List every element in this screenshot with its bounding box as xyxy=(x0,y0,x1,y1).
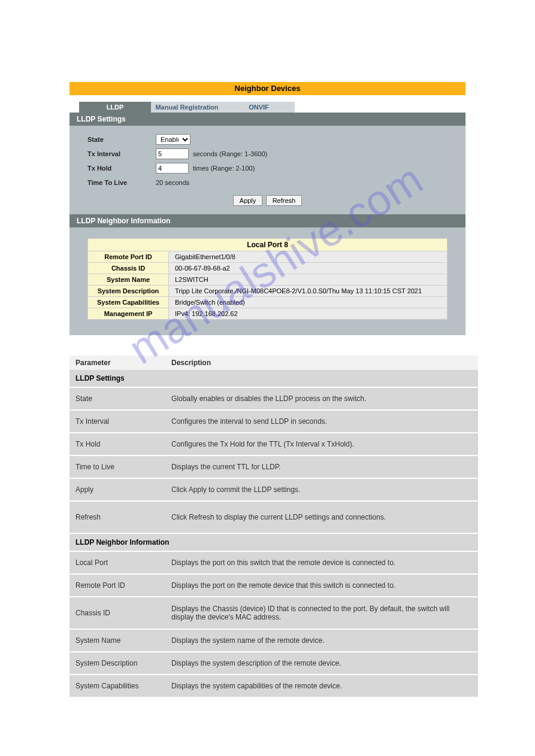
local-port-header: Local Port 8 xyxy=(87,238,448,251)
description-table: Parameter Description LLDP Settings Stat… xyxy=(69,356,478,697)
state-label: State xyxy=(87,136,156,143)
table-row: Time to Live Displays the current TTL fo… xyxy=(69,456,478,478)
table-header: Parameter Description xyxy=(69,356,478,370)
table-row: State Globally enables or disables the L… xyxy=(69,388,478,409)
table-row: System Capabilities Bridge/Switch (enabl… xyxy=(87,297,448,308)
table-row: System Name Displays the system name of … xyxy=(69,630,478,651)
table-row: System Description Tripp Lite Corporate.… xyxy=(87,286,448,297)
table-row: Local Port Displays the port on this swi… xyxy=(69,552,478,573)
section-lldp-neighbor: LLDP Neighbor Information xyxy=(69,534,478,551)
system-description-label: System Description xyxy=(88,286,169,296)
table-row: System Name L2SWITCH xyxy=(87,274,448,286)
tx-hold-hint: times (Range: 2-100) xyxy=(193,165,255,172)
section-lldp-settings: LLDP Settings xyxy=(69,370,478,387)
chassis-id-label: Chassis ID xyxy=(88,263,169,274)
state-select[interactable]: Enable xyxy=(156,134,191,145)
chassis-id-value: 00-06-67-89-68-a2 xyxy=(169,263,447,274)
tab-lldp[interactable]: LLDP xyxy=(79,102,151,113)
remote-port-id-label: Remote Port ID xyxy=(88,251,169,262)
remote-port-id-value: GigabitEthernet1/0/8 xyxy=(169,251,447,262)
table-row: Apply Click Apply to commit the LLDP set… xyxy=(69,479,478,500)
header-description: Description xyxy=(165,356,478,370)
tx-interval-input[interactable] xyxy=(156,148,189,159)
table-row: Remote Port ID GigabitEthernet1/0/8 xyxy=(87,251,448,263)
system-capabilities-value: Bridge/Switch (enabled) xyxy=(169,297,447,308)
management-ip-label: Management IP xyxy=(88,308,169,319)
tx-interval-label: Tx Interval xyxy=(87,150,156,157)
table-row: System Description Displays the system d… xyxy=(69,652,478,674)
management-ip-value: IPv4: 192.168.202.62 xyxy=(169,308,447,319)
system-name-value: L2SWITCH xyxy=(169,274,447,285)
tx-interval-hint: seconds (Range: 1-3600) xyxy=(193,150,267,157)
system-name-label: System Name xyxy=(88,274,169,285)
table-row: Tx Interval Configures the interval to s… xyxy=(69,411,478,432)
ttl-value: 20 seconds xyxy=(156,179,189,186)
tab-manual-registration[interactable]: Manual Registration xyxy=(151,102,223,113)
lldp-settings-panel: LLDP Settings State Enable Tx Interval s… xyxy=(69,113,466,335)
tx-hold-input[interactable] xyxy=(156,163,189,174)
table-row: Tx Hold Configures the Tx Hold for the T… xyxy=(69,433,478,455)
lldp-neighbor-header: LLDP Neighbor Information xyxy=(69,214,466,227)
table-row: Chassis ID Displays the Chassis (device)… xyxy=(69,597,478,629)
table-row: Refresh Click Refresh to display the cur… xyxy=(69,502,478,533)
tab-onvif[interactable]: ONVIF xyxy=(223,102,295,113)
lldp-settings-header: LLDP Settings xyxy=(69,113,466,126)
table-row: Remote Port ID Displays the port on the … xyxy=(69,575,478,596)
system-description-value: Tripp Lite Corporate./NGI-M08C4POE8-2/V1… xyxy=(169,286,447,296)
system-capabilities-label: System Capabilities xyxy=(88,297,169,308)
table-row: Management IP IPv4: 192.168.202.62 xyxy=(87,308,448,320)
tab-bar: LLDP Manual Registration ONVIF xyxy=(79,102,466,113)
apply-button[interactable]: Apply xyxy=(233,195,263,206)
table-row: Chassis ID 00-06-67-89-68-a2 xyxy=(87,263,448,274)
page-title: Neighbor Devices xyxy=(69,82,466,95)
refresh-button[interactable]: Refresh xyxy=(266,195,303,206)
table-row: System Capabilities Displays the system … xyxy=(69,675,478,697)
header-parameter: Parameter xyxy=(69,356,165,370)
ttl-label: Time To Live xyxy=(87,179,156,186)
tx-hold-label: Tx Hold xyxy=(87,165,156,172)
